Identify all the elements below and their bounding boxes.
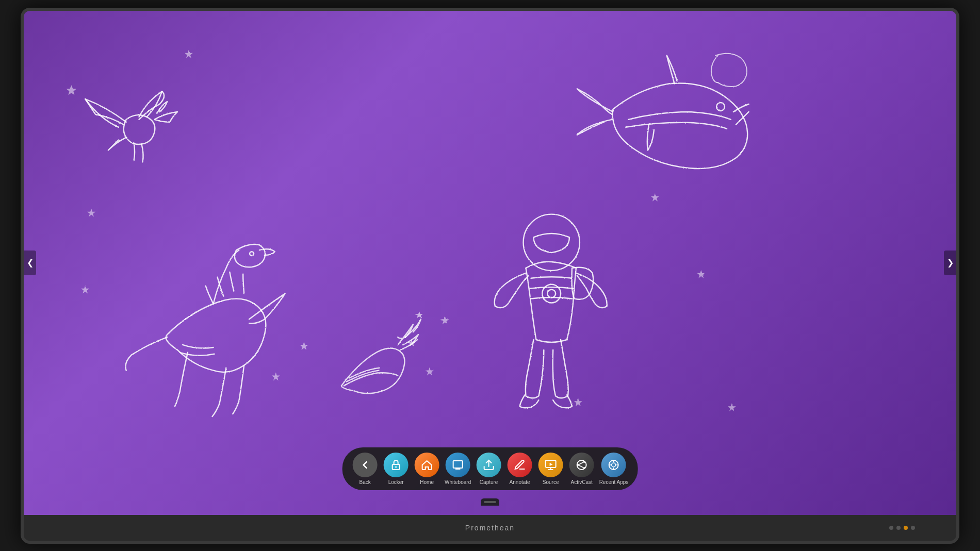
back-label: Back [360, 479, 371, 485]
dot-3 [904, 526, 908, 530]
activcast-label: ActivCast [571, 479, 593, 485]
activcast-button[interactable]: ActivCast [568, 453, 595, 485]
locker-icon [384, 453, 409, 477]
dot-1 [889, 526, 893, 530]
svg-point-18 [612, 463, 616, 467]
svg-rect-7 [453, 461, 463, 468]
left-arrow[interactable]: ❮ [24, 251, 36, 275]
capture-button[interactable]: Capture [476, 453, 502, 485]
source-icon [538, 453, 563, 477]
source-button[interactable]: Source [537, 453, 564, 485]
activcast-icon [569, 453, 594, 477]
svg-marker-10 [550, 463, 553, 466]
svg-point-14 [583, 467, 585, 469]
svg-line-16 [579, 465, 583, 467]
annotate-label: Annotate [510, 479, 530, 485]
status-indicators [889, 526, 915, 530]
svg-point-6 [395, 466, 397, 467]
brand-name: Promethean [465, 524, 515, 532]
whiteboard-label: Whiteboard [445, 479, 471, 485]
back-button[interactable]: Back [352, 453, 379, 485]
home-label: Home [420, 479, 434, 485]
locker-label: Locker [388, 479, 404, 485]
bottom-bezel: Promethean [24, 515, 956, 541]
dot-4 [911, 526, 915, 530]
screen: ❮ ❯ [24, 11, 956, 515]
capture-icon [477, 453, 501, 477]
annotate-icon [508, 453, 532, 477]
monitor: ❮ ❯ [21, 8, 959, 544]
right-arrow[interactable]: ❯ [944, 251, 956, 275]
whiteboard-icon [446, 453, 470, 477]
svg-point-0 [250, 252, 254, 256]
recent-apps-icon [601, 453, 626, 477]
recent-apps-label: Recent Apps [599, 479, 629, 485]
whiteboard-button[interactable]: Whiteboard [445, 453, 471, 485]
svg-line-15 [579, 462, 583, 464]
svg-point-4 [716, 103, 725, 111]
svg-point-13 [583, 461, 585, 463]
dot-2 [896, 526, 901, 530]
capture-label: Capture [480, 479, 498, 485]
taskbar: Back Locker [342, 447, 638, 490]
home-icon [415, 453, 439, 477]
back-icon [353, 453, 378, 477]
svg-point-12 [577, 464, 579, 466]
svg-point-1 [524, 214, 580, 270]
home-button[interactable]: Home [414, 453, 440, 485]
locker-button[interactable]: Locker [383, 453, 410, 485]
annotate-button[interactable]: Annotate [507, 453, 533, 485]
source-label: Source [543, 479, 559, 485]
svg-point-3 [547, 289, 556, 297]
svg-point-2 [542, 284, 561, 303]
taskbar-handle[interactable] [481, 498, 499, 506]
recent-apps-button[interactable]: Recent Apps [599, 453, 629, 485]
